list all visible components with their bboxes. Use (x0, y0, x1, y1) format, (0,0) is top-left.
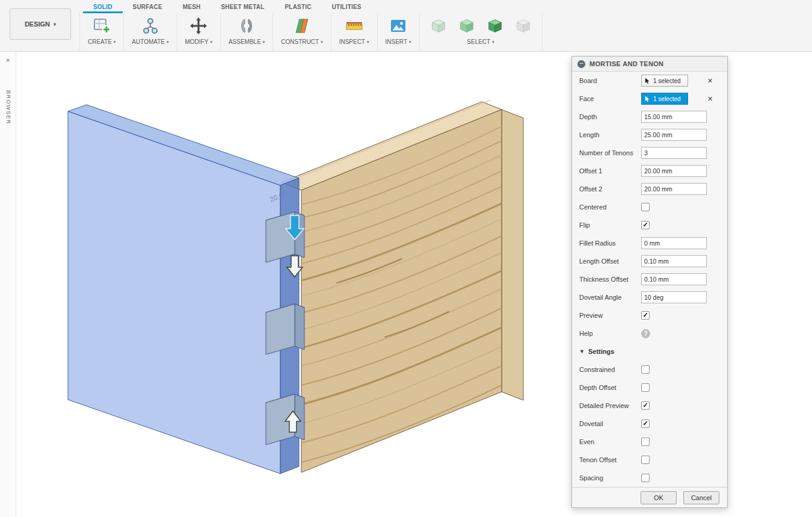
chevron-down-icon: ▾ (54, 22, 56, 27)
board-label: Board (572, 77, 641, 84)
preview-label: Preview (572, 312, 641, 319)
group-modify: MODIFY ▾ (177, 13, 221, 51)
help-icon[interactable]: ? (641, 329, 650, 338)
top-toolbar: DESIGN ▾ SOLIDSURFACEMESHSHEET METALPLAS… (0, 0, 812, 52)
chevron-down-icon: ▾ (367, 40, 369, 45)
cube-translucent-icon (429, 17, 448, 35)
offset-2-input[interactable] (641, 183, 707, 195)
automate-button[interactable] (140, 15, 161, 37)
constrained-row: Constrained (572, 361, 727, 379)
ok-button[interactable]: OK (641, 491, 677, 504)
dovetail-angle-input[interactable] (641, 291, 707, 303)
chevron-down-icon: ▾ (321, 40, 323, 45)
group-create: CREATE ▾ (80, 13, 124, 51)
detailed-preview-label: Detailed Preview (572, 402, 641, 409)
depth-offset-label: Depth Offset (572, 384, 641, 391)
fillet-radius-input[interactable] (641, 237, 707, 249)
cube-solid-green-icon (486, 17, 504, 35)
tab-bar: SOLIDSURFACEMESHSHEET METALPLASTICUTILIT… (83, 0, 372, 13)
group-select-menu[interactable]: SELECT ▾ (467, 39, 494, 45)
cancel-button[interactable]: Cancel (683, 491, 719, 504)
face-selection-button[interactable]: 1 selected (641, 93, 688, 105)
offset-2-row: Offset 2 (572, 180, 727, 198)
dialog-footer: OK Cancel (572, 487, 727, 507)
expand-browser-button[interactable]: » (2, 56, 13, 63)
thickness-offset-row: Thickness Offset (572, 270, 727, 288)
measure-button[interactable] (343, 15, 365, 37)
create-sketch-button[interactable] (91, 15, 112, 37)
tab-surface[interactable]: SURFACE (123, 0, 173, 13)
workspace-selector[interactable]: DESIGN ▾ (10, 8, 71, 40)
flip-label: Flip (572, 221, 641, 229)
assemble-button[interactable] (236, 15, 257, 37)
detailed-preview-checkbox[interactable]: ✓ (641, 401, 650, 410)
group-inspect: INSPECT ▾ (331, 13, 378, 51)
flip-checkbox[interactable]: ✓ (641, 221, 650, 229)
group-modify-menu[interactable]: MODIFY ▾ (185, 39, 212, 45)
tenon-offset-checkbox[interactable] (641, 456, 650, 464)
group-assemble-menu[interactable]: ASSEMBLE ▾ (229, 39, 265, 45)
spacing-row: Spacing (572, 469, 727, 487)
cube-gray-icon (514, 17, 532, 35)
dovetail-row: Dovetail✓ (572, 415, 727, 433)
dialog-title: MORTISE AND TENON (589, 60, 663, 67)
dovetail-checkbox[interactable]: ✓ (641, 419, 650, 428)
length-input[interactable] (641, 129, 707, 141)
centered-checkbox[interactable] (641, 203, 650, 211)
board-clear-selection-button[interactable]: ✕ (707, 77, 713, 85)
group-automate-menu[interactable]: AUTOMATE ▾ (132, 39, 168, 45)
settings-section-header[interactable]: ▼Settings (572, 342, 727, 361)
length-label: Length (572, 131, 641, 138)
group-construct-menu[interactable]: CONSTRUCT ▾ (281, 39, 322, 45)
create-sketch-icon (92, 16, 111, 36)
preview-row: Preview✓ (572, 306, 727, 324)
offset-2-label: Offset 2 (572, 185, 641, 193)
centered-label: Centered (572, 203, 641, 211)
insert-image-icon (389, 16, 408, 36)
select-filter-disabled-button[interactable] (512, 15, 534, 37)
offset-1-input[interactable] (641, 165, 707, 177)
browser-panel-label[interactable]: BROWSER (5, 90, 11, 125)
move-button[interactable] (188, 15, 209, 37)
spacing-checkbox[interactable] (641, 474, 650, 482)
group-inspect-menu[interactable]: INSPECT ▾ (339, 39, 369, 45)
tab-solid[interactable]: SOLID (83, 0, 123, 13)
even-checkbox[interactable] (641, 438, 650, 446)
tab-sheet-metal[interactable]: SHEET METAL (211, 0, 274, 13)
dialog-header[interactable]: − MORTISE AND TENON (572, 57, 727, 72)
help-row: Help? (572, 324, 727, 342)
board-selection-button[interactable]: 1 selected (641, 75, 688, 87)
thickness-offset-input[interactable] (641, 273, 707, 285)
constrained-checkbox[interactable] (641, 365, 650, 374)
construct-button[interactable] (291, 15, 313, 37)
tenon-2[interactable] (266, 304, 304, 354)
collapse-dialog-icon[interactable]: − (577, 60, 585, 68)
face-clear-selection-button[interactable]: ✕ (707, 95, 713, 103)
dovetail-angle-label: Dovetail Angle (572, 294, 641, 301)
wood-board[interactable] (281, 100, 523, 472)
fillet-radius-row: Fillet Radius (572, 234, 727, 252)
preview-checkbox[interactable]: ✓ (641, 311, 650, 320)
group-create-menu[interactable]: CREATE ▾ (88, 39, 115, 45)
select-filter-body-solid-button[interactable] (484, 15, 506, 37)
ribbon: CREATE ▾ AUTOMATE ▾ (79, 13, 543, 51)
tab-utilities[interactable]: UTILITIES (322, 0, 372, 13)
measure-icon (345, 16, 364, 36)
chevron-down-icon: ▾ (114, 40, 116, 45)
mortise-and-tenon-dialog: − MORTISE AND TENON Board1 selected✕Face… (571, 56, 728, 508)
cursor-icon (645, 78, 650, 84)
tab-mesh[interactable]: MESH (173, 0, 211, 13)
length-offset-input[interactable] (641, 255, 707, 267)
blue-board[interactable] (68, 105, 299, 474)
select-filter-body-faded-button[interactable] (428, 15, 449, 37)
select-filter-body-soft-button[interactable] (456, 15, 478, 37)
number-of-tenons-input[interactable] (641, 147, 707, 159)
group-insert-menu[interactable]: INSERT ▾ (386, 39, 411, 45)
insert-button[interactable] (387, 15, 409, 37)
chevron-down-icon: ▾ (167, 40, 169, 45)
spacing-label: Spacing (572, 474, 641, 481)
number-of-tenons-label: Number of Tenons (572, 149, 641, 156)
depth-input[interactable] (641, 111, 707, 123)
tab-plastic[interactable]: PLASTIC (274, 0, 321, 13)
depth-offset-checkbox[interactable] (641, 383, 650, 392)
